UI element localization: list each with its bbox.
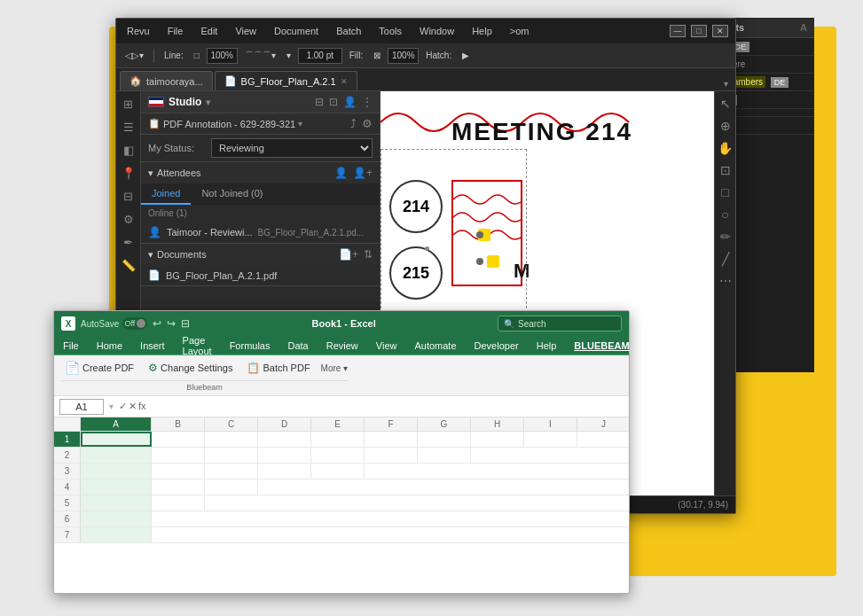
tab-taimooraya[interactable]: 🏠 taimooraya... bbox=[120, 71, 213, 90]
excel-menu-data[interactable]: Data bbox=[284, 339, 311, 353]
attendees-icon-add[interactable]: 👤+ bbox=[353, 167, 373, 179]
left-icon-pages[interactable]: ⊟ bbox=[120, 187, 137, 205]
toolbar-line-style[interactable]: ▾ bbox=[283, 49, 294, 62]
cell-C3[interactable] bbox=[205, 464, 258, 479]
ribbon-create-pdf[interactable]: 📄 Create PDF bbox=[61, 359, 137, 377]
toolbar-line-shape[interactable]: □ bbox=[191, 49, 203, 62]
documents-icon-sort[interactable]: ⇅ bbox=[364, 248, 373, 261]
cell-B1[interactable] bbox=[152, 432, 205, 447]
joined-tab[interactable]: Joined bbox=[141, 183, 191, 205]
left-icon-ruler[interactable]: 📏 bbox=[120, 256, 137, 274]
rt-pencil-icon[interactable]: ✏ bbox=[717, 228, 734, 246]
excel-menu-review[interactable]: Review bbox=[323, 339, 362, 353]
cell-A5[interactable] bbox=[81, 495, 152, 511]
cell-G2[interactable] bbox=[418, 448, 471, 463]
excel-menu-developer[interactable]: Developer bbox=[471, 339, 522, 353]
cell-B2[interactable] bbox=[152, 448, 205, 463]
menu-revu[interactable]: Revu bbox=[123, 24, 153, 38]
col-header-C[interactable]: C bbox=[205, 417, 258, 431]
excel-search-box[interactable]: 🔍 Search bbox=[498, 316, 622, 331]
cell-D2[interactable] bbox=[258, 448, 311, 463]
excel-menu-help[interactable]: Help bbox=[533, 339, 561, 353]
cell-J1[interactable] bbox=[577, 432, 629, 447]
menu-file[interactable]: File bbox=[164, 24, 187, 38]
cell-A7[interactable] bbox=[81, 527, 152, 542]
status-select[interactable]: Reviewing bbox=[211, 138, 373, 158]
attendees-header[interactable]: ▾ Attendees 👤 👤+ bbox=[141, 162, 380, 183]
excel-menu-home[interactable]: Home bbox=[93, 339, 126, 353]
cell-E1[interactable] bbox=[311, 432, 365, 447]
rt-select-icon[interactable]: ⊡ bbox=[717, 161, 734, 179]
rt-arrow-icon[interactable]: ↖ bbox=[717, 95, 734, 113]
cell-C2[interactable] bbox=[205, 448, 258, 463]
formula-icon-check[interactable]: ✓ bbox=[119, 401, 127, 412]
left-icon-layers[interactable]: ◧ bbox=[120, 141, 137, 159]
col-header-E[interactable]: E bbox=[311, 417, 365, 431]
left-icon-grid[interactable]: ⊞ bbox=[120, 95, 137, 113]
panel-icon-settings2[interactable]: ⚙ bbox=[362, 117, 373, 130]
excel-menu-bluebeam[interactable]: BLUEBEAM bbox=[570, 339, 632, 353]
excel-menu-insert[interactable]: Insert bbox=[137, 339, 169, 353]
cell-D1[interactable] bbox=[258, 432, 311, 447]
documents-header[interactable]: ▾ Documents 📄+ ⇅ bbox=[141, 244, 380, 265]
col-header-F[interactable]: F bbox=[365, 417, 418, 431]
cell-A3[interactable] bbox=[81, 464, 152, 479]
formula-icon-fx[interactable]: fx bbox=[138, 401, 146, 412]
left-icon-pin[interactable]: 📍 bbox=[120, 164, 137, 182]
maximize-button[interactable]: □ bbox=[691, 25, 707, 37]
cell-C1[interactable] bbox=[205, 432, 258, 447]
formula-input[interactable] bbox=[150, 402, 624, 412]
cell-F1[interactable] bbox=[365, 432, 418, 447]
col-header-I[interactable]: I bbox=[524, 417, 577, 431]
close-button[interactable]: ✕ bbox=[712, 25, 728, 37]
cell-I1[interactable] bbox=[524, 432, 577, 447]
menu-window[interactable]: Window bbox=[416, 24, 458, 38]
redo-icon[interactable]: ↪ bbox=[167, 317, 176, 330]
excel-menu-automate[interactable]: Automate bbox=[411, 339, 459, 353]
col-header-D[interactable]: D bbox=[258, 417, 311, 431]
col-header-J[interactable]: J bbox=[577, 417, 629, 431]
cell-D3[interactable] bbox=[258, 464, 311, 479]
col-header-B[interactable]: B bbox=[152, 417, 205, 431]
rt-more-icon[interactable]: ⋯ bbox=[717, 272, 734, 290]
cell-H1[interactable] bbox=[471, 432, 524, 447]
cell-A6[interactable] bbox=[81, 511, 152, 526]
cell-E3[interactable] bbox=[311, 464, 365, 479]
cell-G1[interactable] bbox=[418, 432, 471, 447]
rt-rect-icon[interactable]: □ bbox=[717, 183, 734, 201]
autosave-toggle[interactable]: Off bbox=[122, 317, 147, 330]
tab-chevron[interactable]: ▾ bbox=[720, 77, 732, 90]
menu-view[interactable]: View bbox=[231, 24, 260, 38]
studio-icon-session[interactable]: ⊟ bbox=[315, 96, 324, 108]
left-icon-signature[interactable]: ✒ bbox=[120, 233, 137, 251]
menu-more[interactable]: >om bbox=[506, 24, 533, 38]
col-header-A[interactable]: A bbox=[81, 417, 152, 431]
fill-pattern[interactable]: ⊠ bbox=[370, 49, 384, 62]
panel-icon-share[interactable]: ⤴ bbox=[350, 117, 357, 130]
left-icon-list[interactable]: ☰ bbox=[120, 118, 137, 136]
revu-menu-bar[interactable]: Revu File Edit View Document Batch Tools… bbox=[123, 24, 532, 38]
studio-icon-tab[interactable]: ⊡ bbox=[329, 96, 338, 108]
save-icon[interactable]: ⊟ bbox=[181, 317, 190, 330]
excel-menu-view[interactable]: View bbox=[373, 339, 401, 353]
cell-B3[interactable] bbox=[152, 464, 205, 479]
rt-pan-icon[interactable]: ✋ bbox=[717, 139, 734, 157]
menu-document[interactable]: Document bbox=[271, 24, 322, 38]
line-value-input[interactable] bbox=[207, 48, 238, 64]
name-box[interactable] bbox=[59, 399, 104, 415]
menu-tools[interactable]: Tools bbox=[375, 24, 405, 38]
col-header-G[interactable]: G bbox=[418, 417, 471, 431]
studio-icon-more[interactable]: ⋮ bbox=[362, 96, 373, 108]
studio-icon-person[interactable]: 👤 bbox=[343, 96, 357, 108]
cell-C4[interactable] bbox=[205, 480, 258, 495]
minimize-button[interactable]: — bbox=[670, 25, 686, 37]
col-header-H[interactable]: H bbox=[471, 417, 524, 431]
ribbon-batch-pdf[interactable]: 📋 Batch PDF bbox=[243, 360, 313, 376]
cell-A2[interactable] bbox=[81, 448, 152, 463]
toolbar-curve[interactable]: ⌒⌒⌒▾ bbox=[241, 48, 279, 64]
cell-B5[interactable] bbox=[152, 495, 205, 511]
menu-edit[interactable]: Edit bbox=[197, 24, 221, 38]
tab-bgfloor[interactable]: 📄 BG_Floor_Plan_A.2.1 ✕ bbox=[215, 71, 357, 90]
documents-icon-add[interactable]: 📄+ bbox=[339, 248, 358, 261]
undo-icon[interactable]: ↩ bbox=[153, 317, 161, 330]
